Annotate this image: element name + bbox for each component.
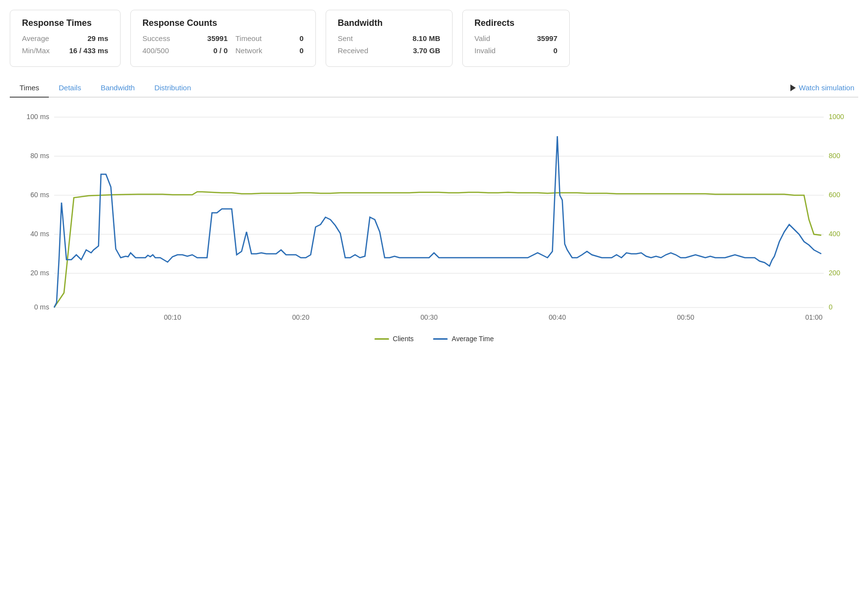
main-chart: 100 ms 80 ms 60 ms 40 ms 20 ms 0 ms 1000…	[15, 102, 853, 327]
minmax-label: Min/Max	[22, 46, 50, 55]
tabs-row: Times Details Bandwidth Distribution Wat…	[10, 79, 858, 98]
response-times-card: Response Times Average 29 ms Min/Max 16 …	[10, 10, 121, 67]
invalid-label: Invalid	[475, 46, 496, 55]
watch-simulation-label: Watch simulation	[799, 83, 854, 92]
svg-text:00:10: 00:10	[164, 313, 182, 321]
tab-times[interactable]: Times	[10, 79, 49, 98]
svg-text:200: 200	[828, 269, 840, 277]
response-times-title: Response Times	[22, 18, 108, 28]
clients-legend-label: Clients	[393, 335, 414, 343]
chart-legend: Clients Average Time	[15, 335, 853, 343]
svg-text:1000: 1000	[828, 113, 844, 121]
svg-text:40 ms: 40 ms	[30, 230, 49, 238]
redirects-card: Redirects Valid 35997 Invalid 0	[462, 10, 570, 67]
chart-container: 100 ms 80 ms 60 ms 40 ms 20 ms 0 ms 1000…	[10, 102, 858, 343]
svg-text:0: 0	[828, 303, 832, 311]
svg-text:600: 600	[828, 191, 840, 199]
tab-distribution[interactable]: Distribution	[145, 79, 201, 98]
average-stat-row: Average 29 ms	[22, 34, 108, 42]
svg-text:800: 800	[828, 152, 840, 160]
sent-label: Sent	[338, 34, 353, 42]
valid-stat-row: Valid 35997	[475, 34, 558, 42]
invalid-value: 0	[553, 46, 557, 55]
response-counts-card: Response Counts Success 35991 Timeout 0 …	[130, 10, 316, 67]
svg-text:60 ms: 60 ms	[30, 191, 49, 199]
minmax-stat-row: Min/Max 16 / 433 ms	[22, 46, 108, 55]
response-counts-grid: Success 35991 Timeout 0 400/500 0 / 0 Ne…	[143, 34, 304, 55]
minmax-value: 16 / 433 ms	[69, 46, 108, 55]
valid-value: 35997	[537, 34, 558, 42]
received-value: 3.70 GB	[413, 46, 440, 55]
sent-stat-row: Sent 8.10 MB	[338, 34, 440, 42]
timeout-value: 0	[285, 34, 303, 42]
tab-details[interactable]: Details	[49, 79, 91, 98]
svg-text:20 ms: 20 ms	[30, 269, 49, 277]
tab-bandwidth[interactable]: Bandwidth	[91, 79, 145, 98]
clients-legend-line	[374, 338, 389, 340]
svg-text:0 ms: 0 ms	[34, 303, 49, 311]
svg-text:00:40: 00:40	[549, 313, 566, 321]
network-label: Network	[235, 46, 277, 55]
received-label: Received	[338, 46, 369, 55]
invalid-stat-row: Invalid 0	[475, 46, 558, 55]
bandwidth-card: Bandwidth Sent 8.10 MB Received 3.70 GB	[326, 10, 453, 67]
clients-line	[54, 192, 821, 307]
svg-text:400: 400	[828, 230, 840, 238]
avg-time-legend-line	[433, 338, 448, 340]
svg-text:00:20: 00:20	[292, 313, 310, 321]
avg-time-legend-item: Average Time	[433, 335, 494, 343]
svg-text:00:50: 00:50	[677, 313, 695, 321]
valid-label: Valid	[475, 34, 490, 42]
svg-text:100 ms: 100 ms	[26, 113, 49, 121]
sent-value: 8.10 MB	[413, 34, 440, 42]
response-counts-title: Response Counts	[143, 18, 304, 28]
average-label: Average	[22, 34, 49, 42]
average-value: 29 ms	[87, 34, 108, 42]
errors-value: 0 / 0	[193, 46, 228, 55]
errors-label: 400/500	[143, 46, 185, 55]
network-value: 0	[285, 46, 303, 55]
svg-text:00:30: 00:30	[420, 313, 438, 321]
svg-text:01:00: 01:00	[805, 313, 823, 321]
avg-time-line	[54, 136, 821, 307]
play-icon	[790, 84, 796, 91]
success-value: 35991	[193, 34, 228, 42]
timeout-label: Timeout	[235, 34, 277, 42]
received-stat-row: Received 3.70 GB	[338, 46, 440, 55]
clients-legend-item: Clients	[374, 335, 414, 343]
bandwidth-title: Bandwidth	[338, 18, 440, 28]
redirects-title: Redirects	[475, 18, 558, 28]
svg-text:80 ms: 80 ms	[30, 152, 49, 160]
success-label: Success	[143, 34, 185, 42]
watch-simulation-button[interactable]: Watch simulation	[790, 83, 858, 92]
stats-row: Response Times Average 29 ms Min/Max 16 …	[10, 10, 858, 67]
avg-time-legend-label: Average Time	[452, 335, 494, 343]
